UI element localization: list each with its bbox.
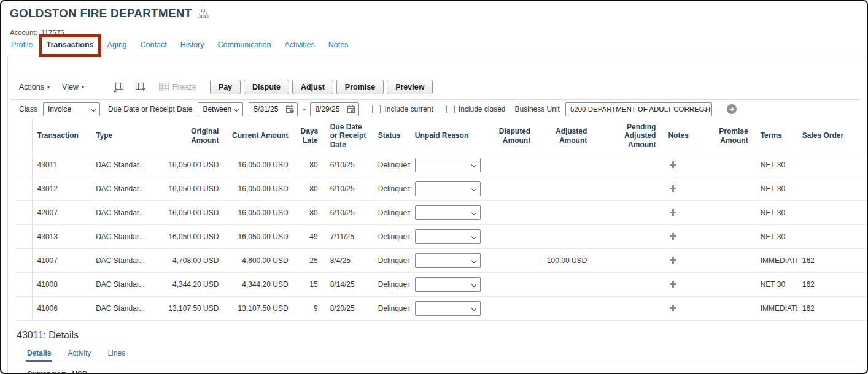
transaction-row-41008[interactable]: 41008DAC Standar...4,344.20 USD4,344.20 … <box>15 273 868 297</box>
add-note-plus-icon[interactable] <box>668 207 678 218</box>
transaction-cell: 43011 <box>32 153 91 177</box>
add-note-plus-icon[interactable] <box>668 303 678 313</box>
row-selector[interactable] <box>15 201 32 225</box>
status-cell: Delinquent <box>373 225 410 249</box>
unpaid-reason-cell <box>410 153 484 177</box>
add-note-plus-icon[interactable] <box>668 231 678 242</box>
tab-contact[interactable]: Contact <box>141 40 167 49</box>
column-header-transaction[interactable]: Transaction <box>32 119 91 153</box>
tab-notes[interactable]: Notes <box>328 40 349 49</box>
org-hierarchy-icon[interactable] <box>198 9 209 18</box>
pending-adjusted-amount-cell <box>594 297 663 321</box>
terms-cell: NET 30 <box>756 225 797 249</box>
column-header-type[interactable]: Type <box>91 119 157 153</box>
column-header-notes[interactable]: Notes <box>663 119 694 153</box>
current-amount-cell: 16,050.00 USD <box>226 201 295 225</box>
type-cell: DAC Standar... <box>91 249 157 273</box>
promise-amount-cell <box>694 177 756 201</box>
calendar-date-picker-icon[interactable] <box>347 105 356 114</box>
transaction-row-41007[interactable]: 41007DAC Standar...4,708.00 USD4,600.00 … <box>15 249 868 273</box>
original-amount-cell: 13,107.50 USD <box>157 297 226 321</box>
dispute-button[interactable]: Dispute <box>244 80 289 94</box>
tab-activities[interactable]: Activities <box>284 40 314 49</box>
transaction-row-42007[interactable]: 42007DAC Standar...16,050.00 USD16,050.0… <box>15 201 868 225</box>
transaction-row-41006[interactable]: 41006DAC Standar...13,107.50 USD13,107.5… <box>15 297 868 321</box>
add-note-plus-icon[interactable] <box>668 183 678 194</box>
tab-aging[interactable]: Aging <box>107 40 127 49</box>
adjust-button[interactable]: Adjust <box>292 80 333 94</box>
column-header-due-date-or-receipt-date[interactable]: Due Date or Receipt Date <box>325 119 373 153</box>
column-header-status[interactable]: Status <box>373 119 410 153</box>
query-by-example-filter-icon[interactable] <box>135 82 147 93</box>
actions-menu-button[interactable]: Actions ▾ <box>19 83 50 91</box>
add-note-plus-icon[interactable] <box>668 159 678 170</box>
tab-profile[interactable]: Profile <box>11 40 33 49</box>
status-cell: Delinquent <box>373 297 410 321</box>
transaction-row-43011[interactable]: 43011DAC Standar...16,050.00 USD16,050.0… <box>15 153 868 177</box>
add-note-plus-icon[interactable] <box>668 255 678 265</box>
row-selector[interactable] <box>15 177 32 201</box>
due-date-or-receipt-date-cell: 6/10/25 <box>325 153 373 177</box>
tab-communication[interactable]: Communication <box>218 40 271 49</box>
row-selector[interactable] <box>15 297 32 321</box>
details-tab-lines[interactable]: Lines <box>106 349 126 362</box>
column-header-promise-amount[interactable]: Promise Amount <box>694 119 756 153</box>
date-to-field[interactable]: 8/29/25 <box>310 102 359 116</box>
pending-adjusted-amount-cell <box>594 201 663 225</box>
details-tab-details[interactable]: Details <box>26 349 52 362</box>
unpaid-reason-select[interactable] <box>415 253 481 268</box>
sales-order-cell <box>797 201 868 225</box>
include-current-checkbox[interactable] <box>372 105 381 113</box>
transaction-cell: 42007 <box>32 201 91 225</box>
terms-cell: NET 30 <box>756 273 797 297</box>
column-header-original-amount[interactable]: Original Amount <box>157 119 226 153</box>
unpaid-reason-select[interactable] <box>415 277 481 292</box>
column-header-terms[interactable]: Terms <box>756 119 797 153</box>
row-selector[interactable] <box>15 273 32 297</box>
pay-button[interactable]: Pay <box>210 80 241 94</box>
unpaid-reason-select[interactable] <box>415 301 481 316</box>
row-selector[interactable] <box>15 153 32 177</box>
column-header-adjusted-amount[interactable]: Adjusted Amount <box>538 119 594 153</box>
export-table-icon[interactable] <box>112 82 124 93</box>
promise-amount-cell <box>694 225 756 249</box>
row-selector[interactable] <box>15 249 32 273</box>
details-tab-activity[interactable]: Activity <box>66 349 92 362</box>
unpaid-reason-select[interactable] <box>415 229 481 244</box>
transaction-cell: 41007 <box>32 249 91 273</box>
column-header-days-late[interactable]: Days Late <box>296 119 325 153</box>
column-header-current-amount[interactable]: Current Amount <box>226 119 295 153</box>
current-amount-cell: 4,344.20 USD <box>226 273 295 297</box>
currency-value: USD <box>72 370 87 374</box>
preview-button[interactable]: Preview <box>387 80 433 94</box>
tab-history[interactable]: History <box>180 40 204 49</box>
adjusted-amount-cell <box>538 297 594 321</box>
promise-amount-cell <box>694 297 756 321</box>
go-arrow-icon[interactable] <box>726 104 737 115</box>
column-header-pending-adjusted-amount[interactable]: Pending Adjusted Amount <box>594 119 663 153</box>
add-note-plus-icon[interactable] <box>668 279 678 289</box>
row-selector[interactable] <box>15 225 32 249</box>
disputed-amount-cell <box>484 273 538 297</box>
view-menu-button[interactable]: View ▾ <box>62 83 84 91</box>
column-header-unpaid-reason[interactable]: Unpaid Reason <box>410 119 484 153</box>
tab-transactions[interactable]: Transactions <box>46 40 93 49</box>
class-select-value: Invoice <box>48 105 71 113</box>
unpaid-reason-select[interactable] <box>415 205 481 220</box>
column-header-disputed-amount[interactable]: Disputed Amount <box>484 119 538 153</box>
transaction-row-43012[interactable]: 43012DAC Standar...16,050.00 USD16,050.0… <box>15 177 868 201</box>
unpaid-reason-select[interactable] <box>415 158 481 172</box>
currency-label: Currency = <box>27 370 66 374</box>
calendar-date-picker-icon[interactable] <box>285 105 295 114</box>
class-select[interactable]: Invoice <box>43 102 100 116</box>
transaction-row-43013[interactable]: 43013DAC Standar...16,050.00 USD16,050.0… <box>15 225 868 249</box>
promise-button[interactable]: Promise <box>336 80 384 94</box>
column-header-sales-order[interactable]: Sales Order <box>797 119 868 153</box>
days-late-cell: 80 <box>296 153 325 177</box>
notes-cell <box>663 249 694 273</box>
date-from-field[interactable]: 5/31/25 <box>249 102 298 116</box>
include-closed-checkbox[interactable] <box>446 105 455 113</box>
date-operator-select[interactable]: Between <box>198 102 243 116</box>
business-unit-select[interactable]: 5200 DEPARTMENT OF ADULT CORRECTION <box>565 102 712 116</box>
unpaid-reason-select[interactable] <box>415 181 481 196</box>
